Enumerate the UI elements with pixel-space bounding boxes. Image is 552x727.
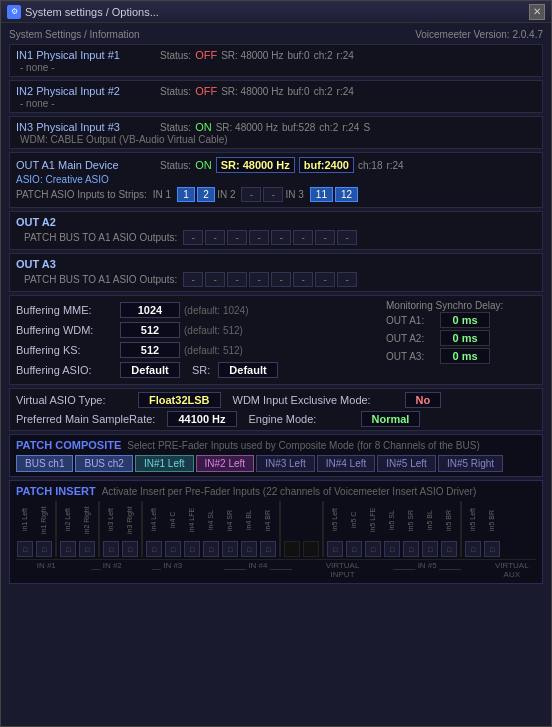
insert-divider-6: [460, 501, 462, 557]
insert-btn-vaux2[interactable]: □: [484, 541, 500, 557]
composite-btn-3[interactable]: IN#2 Left: [196, 455, 255, 472]
insert-btn-in4bl[interactable]: □: [241, 541, 257, 557]
in1-sr: SR: 48000 Hz: [221, 50, 283, 61]
footer-in5: _____ IN #5 _____: [367, 559, 488, 579]
insert-btn-in3l[interactable]: □: [103, 541, 119, 557]
insert-btn-in5br[interactable]: □: [441, 541, 457, 557]
composite-btn-2[interactable]: IN#1 Left: [135, 455, 194, 472]
out-a1-delay-label: OUT A1:: [386, 315, 436, 326]
out-a1-label: OUT A1 Main Device: [16, 159, 156, 171]
insert-ch-virt1: [283, 501, 301, 557]
wdm-label: Buffering WDM:: [16, 324, 116, 336]
in3-section: IN3 Physical Input #3 Status: ON SR: 480…: [9, 116, 543, 149]
insert-btn-in2r[interactable]: □: [79, 541, 95, 557]
wdm-row: Buffering WDM: 512 (default: 512): [16, 320, 376, 340]
out-a1-status-value: ON: [195, 159, 212, 171]
out-a1-row: OUT A1 Main Device Status: ON SR: 48000 …: [16, 156, 536, 174]
out-a3-patch-row: PATCH BUS TO A1 ASIO Outputs: - - - - - …: [16, 271, 536, 288]
mme-row: Buffering MME: 1024 (default: 1024): [16, 300, 376, 320]
patch-in3-btn1[interactable]: 11: [310, 187, 333, 202]
composite-btn-4[interactable]: IN#3 Left: [256, 455, 315, 472]
out-a3-btn-0[interactable]: -: [183, 272, 203, 287]
composite-btn-7[interactable]: IN#5 Right: [438, 455, 503, 472]
in3-patch-label: IN 3: [285, 189, 303, 200]
buffering-right: Monitoring Synchro Delay: OUT A1: 0 ms O…: [376, 300, 536, 380]
out-a3-delay-row: OUT A3: 0 ms: [386, 347, 536, 365]
composite-btn-1[interactable]: BUS ch2: [75, 455, 132, 472]
out-a1-sr: SR: 48000 Hz: [216, 157, 295, 173]
in2-ch: ch:2: [314, 86, 333, 97]
insert-btn-in3r[interactable]: □: [122, 541, 138, 557]
insert-btn-in4l[interactable]: □: [146, 541, 162, 557]
out-a1-buf: buf:2400: [299, 157, 354, 173]
out-a1-delay-value: 0 ms: [440, 312, 490, 328]
out-a2-btn-0[interactable]: -: [183, 230, 203, 245]
insert-btn-in4lfe[interactable]: □: [184, 541, 200, 557]
in2-status-label: Status:: [160, 86, 191, 97]
ks-label: Buffering KS:: [16, 344, 116, 356]
out-a3-btn-5[interactable]: -: [293, 272, 313, 287]
insert-btn-in4sr[interactable]: □: [222, 541, 238, 557]
settings-row2: Preferred Main SampleRate: 44100 Hz Engi…: [16, 411, 536, 427]
out-a2-row: OUT A2: [16, 215, 536, 229]
composite-btn-5[interactable]: IN#4 Left: [317, 455, 376, 472]
out-a2-btn-5[interactable]: -: [293, 230, 313, 245]
patch-in2-btn1[interactable]: -: [241, 187, 261, 202]
insert-btn-in1l[interactable]: □: [17, 541, 33, 557]
out-a2-btn-4[interactable]: -: [271, 230, 291, 245]
patch-in1-btn1[interactable]: 1: [177, 187, 195, 202]
insert-ch-in2l: in2 Left □: [59, 501, 77, 557]
insert-btn-in4br[interactable]: □: [260, 541, 276, 557]
settings-row1: Virtual ASIO Type: Float32LSB WDM Input …: [16, 392, 536, 408]
out-a2-btn-3[interactable]: -: [249, 230, 269, 245]
footer-in2: __ IN #2: [76, 559, 136, 579]
out-a3-btn-6[interactable]: -: [315, 272, 335, 287]
out-a3-btn-4[interactable]: -: [271, 272, 291, 287]
insert-btn-in2l[interactable]: □: [60, 541, 76, 557]
wdm-value: 512: [120, 322, 180, 338]
insert-ch-in2r: in2 Right □: [78, 501, 96, 557]
insert-btn-in1r[interactable]: □: [36, 541, 52, 557]
out-a2-btn-2[interactable]: -: [227, 230, 247, 245]
insert-btn-in5l[interactable]: □: [327, 541, 343, 557]
out-a1-patch-row: PATCH ASIO Inputs to Strips: IN 1 1 2 IN…: [16, 185, 536, 204]
insert-ch-virt2: [302, 501, 320, 557]
footer-in4: _____ IN #4 _____: [197, 559, 318, 579]
composite-btn-6[interactable]: IN#5 Left: [377, 455, 436, 472]
out-a3-btn-1[interactable]: -: [205, 272, 225, 287]
title-bar: ⚙ System settings / Options... ✕: [1, 1, 551, 23]
out-a2-btn-7[interactable]: -: [337, 230, 357, 245]
out-a3-section: OUT A3 PATCH BUS TO A1 ASIO Outputs: - -…: [9, 253, 543, 292]
insert-btn-in5sl[interactable]: □: [384, 541, 400, 557]
out-a3-btn-7[interactable]: -: [337, 272, 357, 287]
insert-btn-virt2: [303, 541, 319, 557]
insert-btn-vaux1[interactable]: □: [465, 541, 481, 557]
composite-btn-0[interactable]: BUS ch1: [16, 455, 73, 472]
insert-ch-in4br: in4 BR □: [259, 501, 277, 557]
composite-buttons: BUS ch1 BUS ch2 IN#1 Left IN#2 Left IN#3…: [16, 455, 536, 472]
out-a3-row: OUT A3: [16, 257, 536, 271]
footer-vaux: VIRTUAL AUX: [488, 559, 536, 579]
preferred-sr-label: Preferred Main SampleRate:: [16, 413, 155, 425]
insert-btn-in5lfe[interactable]: □: [365, 541, 381, 557]
patch-in2-btn2[interactable]: -: [263, 187, 283, 202]
insert-btn-in4c[interactable]: □: [165, 541, 181, 557]
insert-ch-in5l: in5 Left □: [326, 501, 344, 557]
out-a3-btn-3[interactable]: -: [249, 272, 269, 287]
patch-in3-btn2[interactable]: 12: [335, 187, 358, 202]
app-icon: ⚙: [7, 5, 21, 19]
patch-in1-btn2[interactable]: 2: [197, 187, 215, 202]
insert-btn-in5bl[interactable]: □: [422, 541, 438, 557]
insert-btn-in5sr[interactable]: □: [403, 541, 419, 557]
mme-default: (default: 1024): [184, 305, 249, 316]
close-button[interactable]: ✕: [529, 4, 545, 20]
out-a2-btn-6[interactable]: -: [315, 230, 335, 245]
footer-in3: __ IN #3: [137, 559, 197, 579]
insert-btn-in4sl[interactable]: □: [203, 541, 219, 557]
patch-composite-header: PATCH COMPOSITE Select PRE-Fader Inputs …: [16, 439, 536, 451]
insert-ch-in4bl: in4 BL □: [240, 501, 258, 557]
out-a3-btn-2[interactable]: -: [227, 272, 247, 287]
in2-section: IN2 Physical Input #2 Status: OFF SR: 48…: [9, 80, 543, 113]
out-a2-btn-1[interactable]: -: [205, 230, 225, 245]
insert-btn-in5c[interactable]: □: [346, 541, 362, 557]
